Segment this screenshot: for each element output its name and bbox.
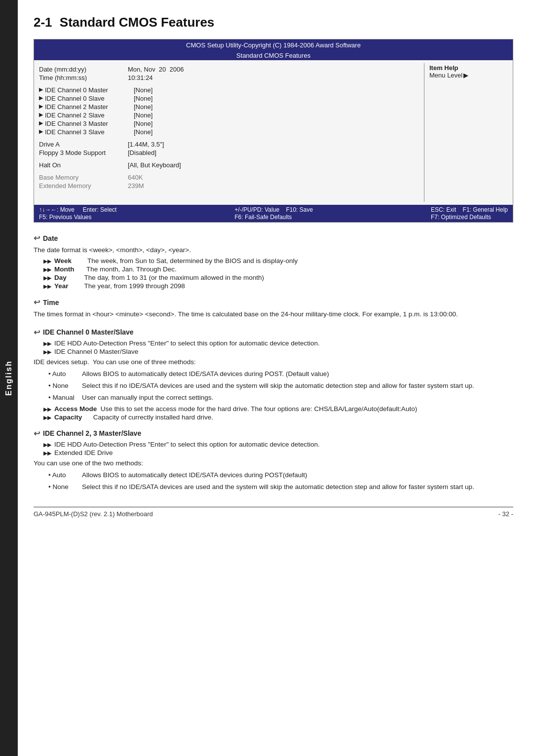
ide23-auto-label: • Auto [48, 470, 78, 480]
desc-ide-ch0: ↩ IDE Channel 0 Master/Slave ▶▶ IDE HDD … [34, 328, 513, 421]
desc-time-text: The times format in <hour> <minute> <sec… [34, 309, 513, 319]
ide0-bullet-auto: • Auto Allows BIOS to automatically dete… [48, 369, 513, 379]
bios-footer-col1: ↑↓→←: Move Enter: Select F5: Previous Va… [39, 206, 116, 221]
bios-row-basemem: Base Memory 640K [34, 173, 424, 182]
footer-left: GA-945PLM-(D)S2 (rev. 2.1) Motherboard [34, 510, 153, 518]
ide3m-value: [None] [134, 120, 152, 127]
ide0-icon: ↩ [34, 328, 40, 337]
drivea-value: [1.44M, 3.5"] [128, 141, 164, 148]
date-icon: ↩ [34, 233, 40, 243]
ide2m-value: [None] [134, 103, 152, 111]
ide0-access-text: Access Mode Use this to set the access m… [54, 405, 417, 413]
desc-ide-ch23: ↩ IDE Channel 2, 3 Master/Slave ▶▶ IDE H… [34, 429, 513, 492]
help-subtitle: Menu Level [429, 72, 462, 79]
ide0m-value: [None] [134, 86, 152, 94]
ide0-manual-label: • Manual [48, 393, 78, 403]
desc-ide23-list: ▶▶ IDE HDD Auto-Detection Press "Enter" … [43, 441, 513, 456]
bios-row-halt: Halt On [All, But Keyboard] [34, 161, 424, 169]
ide0-item2-text: IDE Channel 0 Master/Slave [54, 348, 138, 355]
time-icon: ↩ [34, 298, 40, 307]
bios-row-extmem: Extended Memory 239M [34, 182, 424, 190]
bios-date-label: Date (mm:dd:yy) [39, 66, 128, 73]
ide2s-arrow: ▶ [39, 112, 43, 119]
ide2s-label: IDE Channel 2 Slave [45, 112, 134, 119]
month-text: The month, Jan. Through Dec. [77, 265, 176, 273]
bios-header-line2: Standard CMOS Features [34, 51, 513, 60]
ide23-icon: ↩ [34, 429, 40, 438]
week-arrow: ▶▶ [43, 258, 51, 265]
extmem-value: 239M [128, 182, 144, 189]
bios-table: CMOS Setup Utility-Copyright (C) 1984-20… [34, 39, 513, 223]
ide3s-label: IDE Channel 3 Slave [45, 128, 134, 136]
ide23-item1-arrow: ▶▶ [43, 442, 51, 448]
ide23-none-label: • None [48, 482, 78, 492]
bios-date-value: Mon, Nov 20 2006 [128, 66, 184, 73]
ide0-none-text: Select this if no IDE/SATA devices are u… [82, 381, 513, 391]
footer-optimized: F7: Optimized Defaults [431, 214, 508, 221]
ide3s-arrow: ▶ [39, 128, 43, 136]
ide0-capacity-text: Capacity Capacity of currectly installed… [54, 414, 213, 421]
ide0-item1: ▶▶ IDE HDD Auto-Detection Press "Enter" … [43, 340, 513, 347]
section-number: 2-1 [34, 15, 52, 30]
year-arrow: ▶▶ [43, 283, 51, 290]
floppy-value: [Disabled] [128, 149, 156, 156]
bios-time-value: 10:31:24 [128, 74, 153, 81]
ide23-bullet-auto: • Auto Allows BIOS to automatically dete… [48, 470, 513, 480]
desc-ide23-title: IDE Channel 2, 3 Master/Slave [43, 429, 141, 437]
ide23-item1-text: IDE HDD Auto-Detection Press "Enter" to … [54, 441, 320, 448]
day-arrow: ▶▶ [43, 275, 51, 281]
bios-row-ide3s: ▶ IDE Channel 3 Slave [None] [34, 128, 424, 136]
ide0m-label: IDE Channel 0 Master [45, 86, 134, 94]
extmem-label: Extended Memory [39, 182, 128, 189]
ide0-capacity-arrow: ▶▶ [43, 415, 51, 421]
help-menu-level: Menu Level ▶ [429, 72, 508, 79]
ide0s-label: IDE Channel 0 Slave [45, 95, 134, 102]
ide23-item1: ▶▶ IDE HDD Auto-Detection Press "Enter" … [43, 441, 513, 448]
ide23-item2: ▶▶ Extended IDE Drive [43, 449, 513, 456]
ide23-bullet-list: • Auto Allows BIOS to automatically dete… [48, 470, 513, 492]
desc-ide23-heading: ↩ IDE Channel 2, 3 Master/Slave [34, 429, 513, 438]
date-day: ▶▶ Day The day, from 1 to 31 (or the max… [43, 274, 513, 281]
desc-ide23-extra-intro: You can use one of the two methods: [34, 458, 513, 468]
bios-help-column: Item Help Menu Level ▶ [424, 63, 513, 202]
desc-ide0-heading: ↩ IDE Channel 0 Master/Slave [34, 328, 513, 337]
desc-date: ↩ Date The date format is <week>, <month… [34, 233, 513, 290]
ide0-item2: ▶▶ IDE Channel 0 Master/Slave [43, 348, 513, 355]
ide0-manual-text: User can manually input the correct sett… [82, 393, 513, 403]
ide0-item1-text: IDE HDD Auto-Detection Press "Enter" to … [54, 340, 320, 347]
ide0-auto-label: • Auto [48, 369, 78, 379]
desc-ide0-title: IDE Channel 0 Master/Slave [43, 328, 134, 336]
ide0-capacity: ▶▶ Capacity Capacity of currectly instal… [43, 414, 513, 421]
ide0-none-label: • None [48, 381, 78, 391]
ide0s-arrow: ▶ [39, 95, 43, 102]
ide0-bullet-list: • Auto Allows BIOS to automatically dete… [48, 369, 513, 403]
bios-left-mid: Date (mm:dd:yy) Mon, Nov 20 2006 Time (h… [34, 63, 424, 202]
basemem-label: Base Memory [39, 174, 128, 181]
bios-row-ide3m: ▶ IDE Channel 3 Master [None] [34, 119, 424, 128]
bios-footer-col3: ESC: Exit F1: General Help F7: Optimized… [431, 206, 508, 221]
section-text: Standard CMOS Features [60, 15, 215, 30]
bios-header-line1: CMOS Setup Utility-Copyright (C) 1984-20… [34, 39, 513, 51]
bios-row-time: Time (hh:mm:ss) 10:31:24 [34, 74, 424, 82]
footer-esc: ESC: Exit F1: General Help [431, 206, 508, 213]
ide2s-value: [None] [134, 112, 152, 119]
desc-date-intro: The date format is <week>, <month>, <day… [34, 245, 513, 255]
desc-date-list: ▶▶ Week The week, from Sun to Sat, deter… [43, 257, 513, 290]
help-title: Item Help [429, 64, 508, 72]
month-label: Month [54, 265, 74, 273]
bios-row-floppy: Floppy 3 Mode Support [Disabled] [34, 149, 424, 157]
sidebar-label: English [4, 360, 13, 396]
ide0-bullet-none: • None Select this if no IDE/SATA device… [48, 381, 513, 391]
footer-right: - 32 - [498, 510, 513, 518]
bios-row-date: Date (mm:dd:yy) Mon, Nov 20 2006 [34, 65, 424, 74]
halt-value: [All, But Keyboard] [128, 161, 181, 169]
bios-row-ide2m: ▶ IDE Channel 2 Master [None] [34, 103, 424, 111]
year-label: Year [54, 282, 69, 290]
footer-prev: F5: Previous Values [39, 214, 116, 221]
sidebar: English [0, 0, 18, 756]
floppy-label: Floppy 3 Mode Support [39, 149, 128, 156]
desc-time: ↩ Time The times format in <hour> <minut… [34, 298, 513, 319]
ide0s-value: [None] [134, 95, 152, 102]
footer-move: ↑↓→←: Move Enter: Select [39, 206, 116, 213]
ide23-item2-arrow: ▶▶ [43, 450, 51, 456]
